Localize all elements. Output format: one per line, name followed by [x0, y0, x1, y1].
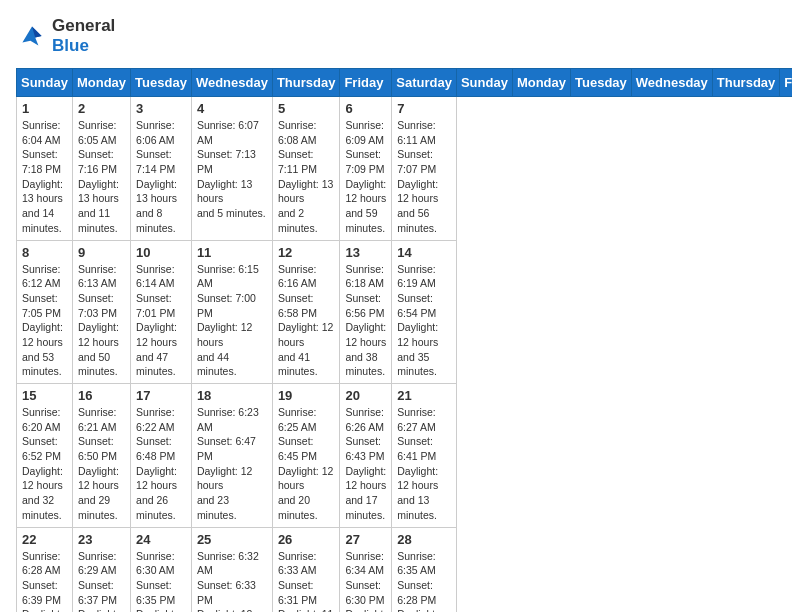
col-header-sunday: Sunday: [17, 69, 73, 97]
col-header-saturday: Saturday: [392, 69, 457, 97]
calendar-table: SundayMondayTuesdayWednesdayThursdayFrid…: [16, 68, 792, 612]
day-info: Sunrise: 6:14 AM Sunset: 7:01 PM Dayligh…: [136, 262, 186, 380]
day-number: 14: [397, 245, 451, 260]
day-number: 1: [22, 101, 67, 116]
day-number: 3: [136, 101, 186, 116]
calendar-cell: 3Sunrise: 6:06 AM Sunset: 7:14 PM Daylig…: [131, 97, 192, 241]
day-number: 22: [22, 532, 67, 547]
day-info: Sunrise: 6:22 AM Sunset: 6:48 PM Dayligh…: [136, 405, 186, 523]
calendar-header-row: SundayMondayTuesdayWednesdayThursdayFrid…: [17, 69, 793, 97]
calendar-cell: 20Sunrise: 6:26 AM Sunset: 6:43 PM Dayli…: [340, 384, 392, 528]
calendar-cell: 7Sunrise: 6:11 AM Sunset: 7:07 PM Daylig…: [392, 97, 457, 241]
calendar-cell: 24Sunrise: 6:30 AM Sunset: 6:35 PM Dayli…: [131, 527, 192, 612]
day-info: Sunrise: 6:28 AM Sunset: 6:39 PM Dayligh…: [22, 549, 67, 613]
day-info: Sunrise: 6:23 AM Sunset: 6:47 PM Dayligh…: [197, 405, 267, 523]
day-info: Sunrise: 6:16 AM Sunset: 6:58 PM Dayligh…: [278, 262, 335, 380]
calendar-cell: 2Sunrise: 6:05 AM Sunset: 7:16 PM Daylig…: [72, 97, 130, 241]
day-info: Sunrise: 6:32 AM Sunset: 6:33 PM Dayligh…: [197, 549, 267, 613]
day-number: 26: [278, 532, 335, 547]
day-info: Sunrise: 6:11 AM Sunset: 7:07 PM Dayligh…: [397, 118, 451, 236]
calendar-cell: 28Sunrise: 6:35 AM Sunset: 6:28 PM Dayli…: [392, 527, 457, 612]
calendar-cell: 6Sunrise: 6:09 AM Sunset: 7:09 PM Daylig…: [340, 97, 392, 241]
col-header-tuesday: Tuesday: [131, 69, 192, 97]
calendar-cell: 13Sunrise: 6:18 AM Sunset: 6:56 PM Dayli…: [340, 240, 392, 384]
col-header-monday: Monday: [512, 69, 570, 97]
calendar-cell: 9Sunrise: 6:13 AM Sunset: 7:03 PM Daylig…: [72, 240, 130, 384]
day-info: Sunrise: 6:09 AM Sunset: 7:09 PM Dayligh…: [345, 118, 386, 236]
logo: General Blue: [16, 16, 115, 56]
day-number: 21: [397, 388, 451, 403]
day-info: Sunrise: 6:33 AM Sunset: 6:31 PM Dayligh…: [278, 549, 335, 613]
day-number: 5: [278, 101, 335, 116]
day-info: Sunrise: 6:21 AM Sunset: 6:50 PM Dayligh…: [78, 405, 125, 523]
calendar-cell: 15Sunrise: 6:20 AM Sunset: 6:52 PM Dayli…: [17, 384, 73, 528]
logo-icon: [16, 20, 48, 52]
calendar-cell: 19Sunrise: 6:25 AM Sunset: 6:45 PM Dayli…: [272, 384, 340, 528]
col-header-friday: Friday: [780, 69, 792, 97]
day-info: Sunrise: 6:08 AM Sunset: 7:11 PM Dayligh…: [278, 118, 335, 236]
calendar-cell: 22Sunrise: 6:28 AM Sunset: 6:39 PM Dayli…: [17, 527, 73, 612]
calendar-cell: 17Sunrise: 6:22 AM Sunset: 6:48 PM Dayli…: [131, 384, 192, 528]
day-info: Sunrise: 6:12 AM Sunset: 7:05 PM Dayligh…: [22, 262, 67, 380]
calendar-cell: 23Sunrise: 6:29 AM Sunset: 6:37 PM Dayli…: [72, 527, 130, 612]
day-number: 7: [397, 101, 451, 116]
day-info: Sunrise: 6:29 AM Sunset: 6:37 PM Dayligh…: [78, 549, 125, 613]
calendar-cell: 5Sunrise: 6:08 AM Sunset: 7:11 PM Daylig…: [272, 97, 340, 241]
day-info: Sunrise: 6:05 AM Sunset: 7:16 PM Dayligh…: [78, 118, 125, 236]
col-header-friday: Friday: [340, 69, 392, 97]
day-info: Sunrise: 6:35 AM Sunset: 6:28 PM Dayligh…: [397, 549, 451, 613]
day-number: 6: [345, 101, 386, 116]
day-number: 11: [197, 245, 267, 260]
day-number: 9: [78, 245, 125, 260]
col-header-wednesday: Wednesday: [191, 69, 272, 97]
day-number: 8: [22, 245, 67, 260]
calendar-cell: 8Sunrise: 6:12 AM Sunset: 7:05 PM Daylig…: [17, 240, 73, 384]
calendar-week-row: 8Sunrise: 6:12 AM Sunset: 7:05 PM Daylig…: [17, 240, 793, 384]
col-header-thursday: Thursday: [712, 69, 780, 97]
calendar-week-row: 22Sunrise: 6:28 AM Sunset: 6:39 PM Dayli…: [17, 527, 793, 612]
day-number: 24: [136, 532, 186, 547]
calendar-week-row: 1Sunrise: 6:04 AM Sunset: 7:18 PM Daylig…: [17, 97, 793, 241]
day-info: Sunrise: 6:19 AM Sunset: 6:54 PM Dayligh…: [397, 262, 451, 380]
day-number: 20: [345, 388, 386, 403]
day-info: Sunrise: 6:25 AM Sunset: 6:45 PM Dayligh…: [278, 405, 335, 523]
day-info: Sunrise: 6:26 AM Sunset: 6:43 PM Dayligh…: [345, 405, 386, 523]
day-info: Sunrise: 6:30 AM Sunset: 6:35 PM Dayligh…: [136, 549, 186, 613]
col-header-wednesday: Wednesday: [631, 69, 712, 97]
day-number: 12: [278, 245, 335, 260]
logo-text: General Blue: [52, 16, 115, 56]
day-number: 27: [345, 532, 386, 547]
page-header: General Blue: [16, 16, 776, 56]
day-number: 10: [136, 245, 186, 260]
day-info: Sunrise: 6:13 AM Sunset: 7:03 PM Dayligh…: [78, 262, 125, 380]
day-number: 17: [136, 388, 186, 403]
calendar-week-row: 15Sunrise: 6:20 AM Sunset: 6:52 PM Dayli…: [17, 384, 793, 528]
col-header-sunday: Sunday: [456, 69, 512, 97]
day-info: Sunrise: 6:15 AM Sunset: 7:00 PM Dayligh…: [197, 262, 267, 380]
day-number: 4: [197, 101, 267, 116]
calendar-cell: 1Sunrise: 6:04 AM Sunset: 7:18 PM Daylig…: [17, 97, 73, 241]
calendar-cell: 14Sunrise: 6:19 AM Sunset: 6:54 PM Dayli…: [392, 240, 457, 384]
day-info: Sunrise: 6:34 AM Sunset: 6:30 PM Dayligh…: [345, 549, 386, 613]
day-number: 2: [78, 101, 125, 116]
col-header-thursday: Thursday: [272, 69, 340, 97]
calendar-cell: 27Sunrise: 6:34 AM Sunset: 6:30 PM Dayli…: [340, 527, 392, 612]
day-number: 15: [22, 388, 67, 403]
col-header-monday: Monday: [72, 69, 130, 97]
calendar-cell: 21Sunrise: 6:27 AM Sunset: 6:41 PM Dayli…: [392, 384, 457, 528]
calendar-cell: 18Sunrise: 6:23 AM Sunset: 6:47 PM Dayli…: [191, 384, 272, 528]
day-number: 16: [78, 388, 125, 403]
day-info: Sunrise: 6:27 AM Sunset: 6:41 PM Dayligh…: [397, 405, 451, 523]
calendar-cell: 4Sunrise: 6:07 AM Sunset: 7:13 PM Daylig…: [191, 97, 272, 241]
calendar-cell: 25Sunrise: 6:32 AM Sunset: 6:33 PM Dayli…: [191, 527, 272, 612]
calendar-cell: 11Sunrise: 6:15 AM Sunset: 7:00 PM Dayli…: [191, 240, 272, 384]
day-number: 13: [345, 245, 386, 260]
calendar-cell: 12Sunrise: 6:16 AM Sunset: 6:58 PM Dayli…: [272, 240, 340, 384]
day-info: Sunrise: 6:20 AM Sunset: 6:52 PM Dayligh…: [22, 405, 67, 523]
day-number: 25: [197, 532, 267, 547]
day-number: 28: [397, 532, 451, 547]
calendar-cell: 26Sunrise: 6:33 AM Sunset: 6:31 PM Dayli…: [272, 527, 340, 612]
calendar-cell: 16Sunrise: 6:21 AM Sunset: 6:50 PM Dayli…: [72, 384, 130, 528]
col-header-tuesday: Tuesday: [571, 69, 632, 97]
day-number: 23: [78, 532, 125, 547]
